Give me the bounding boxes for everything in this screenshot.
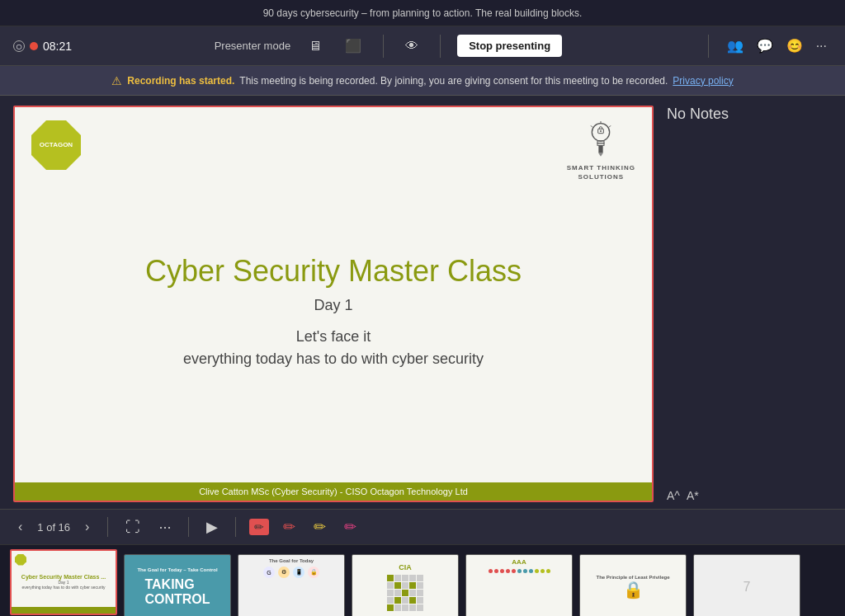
thumbnail-7[interactable]: 7 7 (693, 554, 800, 616)
slideshow-thumbnail-btn[interactable]: ⛶ (121, 515, 144, 539)
nav-divider-1 (107, 517, 108, 537)
thumb-2-body: TAKINGCONTROL (144, 577, 210, 607)
thumb-3-icon-b: 📱 (293, 567, 304, 578)
bulb-svg (584, 119, 617, 160)
font-size-controls: A^ A* (667, 489, 699, 502)
eye-icon: 👁 (405, 39, 418, 54)
thumb-4-crossword (387, 575, 423, 611)
thumb-1-footer (12, 607, 116, 614)
shield-icon: ○ (13, 40, 25, 52)
marker-yellow-btn[interactable]: ✏ (309, 515, 330, 539)
timer-area: ○ 08:21 (13, 40, 72, 53)
marker-red-btn[interactable]: ✏ (279, 515, 300, 539)
svg-point-0 (592, 124, 610, 141)
thumb-1-sub: Day 1everything today has to do with cyb… (21, 580, 105, 590)
thumb-frame-1: Cyber Security Master Class ... Day 1eve… (10, 549, 117, 615)
octagon-logo: OCTAGON (31, 120, 81, 170)
notes-area: No Notes A^ A* (667, 106, 832, 502)
svg-rect-2 (597, 143, 604, 146)
thumb-5-dots (489, 569, 550, 573)
thumb-3-icon-r: 🔒 (308, 567, 319, 578)
recording-message: This meeting is being recorded. By joini… (239, 75, 668, 87)
share-screen-btn[interactable]: ⬛ (340, 35, 366, 57)
slide-logo-right-line1: SMART THINKING (567, 163, 635, 172)
thumb-slide-5-content: AAA (466, 555, 572, 616)
thumbnail-2[interactable]: The Goal for Today – Take Control TAKING… (124, 554, 231, 616)
svg-rect-8 (599, 145, 603, 153)
thumb-frame-3: The Goal for Today G ⚙ 📱 🔒 (238, 554, 345, 616)
share-icon: ⬛ (345, 38, 361, 54)
slide-footer: Clive Catton MSc (Cyber Security) - CISO… (15, 482, 652, 501)
svg-marker-9 (599, 153, 603, 157)
chat-btn[interactable]: 💬 (752, 35, 778, 57)
monitor-icon-btn[interactable]: 🖥 (304, 35, 327, 57)
thumb-4-title: CIA (399, 563, 412, 571)
top-bar: 90 days cybersecurity – from planning to… (0, 0, 845, 26)
svg-line-7 (591, 125, 592, 127)
thumb-slide-1-content: Cyber Security Master Class ... Day 1eve… (12, 551, 116, 614)
more-nav-btn[interactable]: ··· (154, 515, 175, 539)
thumb-frame-6: The Principle of Least Privilege 🔒 (579, 554, 687, 616)
svg-point-4 (600, 130, 602, 132)
font-increase-btn[interactable]: A^ (667, 489, 680, 502)
play-btn[interactable]: ▶ (202, 515, 222, 539)
thumb-slide-7-content: 7 (694, 555, 800, 616)
font-decrease-btn[interactable]: A* (687, 489, 699, 502)
thumb-3-icon-y: ⚙ (278, 567, 290, 578)
slide-counter: 1 of 16 (37, 521, 70, 534)
thumb-frame-7: 7 (693, 554, 800, 616)
privacy-policy-link[interactable]: Privacy policy (673, 75, 733, 87)
more-icon: ··· (816, 39, 827, 54)
thumb-1-title: Cyber Security Master Class ... (21, 574, 106, 580)
slide-title: Cyber Security Master Class (145, 254, 522, 289)
timer-display: 08:21 (43, 40, 72, 53)
prev-slide-btn[interactable]: ‹ (13, 516, 27, 538)
toolbar-right-icons: 👥 💬 😊 ··· (722, 35, 832, 57)
thumb-frame-2: The Goal for Today – Take Control TAKING… (124, 554, 231, 616)
recording-bold-text: Recording has started. (127, 75, 234, 87)
notes-title: No Notes (667, 106, 832, 123)
reactions-icon: 😊 (786, 38, 803, 54)
thumb-slide-2-content: The Goal for Today – Take Control TAKING… (125, 555, 230, 616)
slide-logo-right-line2: SOLUTIONS (567, 172, 635, 181)
thumbnail-6[interactable]: The Principle of Least Privilege 🔒 6 (579, 554, 687, 616)
slide-logo-right: SMART THINKING SOLUTIONS (567, 119, 635, 181)
thumb-7-placeholder: 7 (744, 580, 751, 595)
thumbnail-3[interactable]: The Goal for Today G ⚙ 📱 🔒 3 (238, 554, 345, 616)
people-icon: 👥 (727, 38, 744, 54)
stop-presenting-button[interactable]: Stop presenting (457, 35, 562, 57)
record-indicator (30, 42, 38, 50)
thumb-slide-4-content: CIA (352, 555, 458, 616)
pen-tool-btn[interactable]: ✏ (249, 519, 269, 535)
thumb-3-icons: G ⚙ 📱 🔒 (263, 567, 319, 578)
thumb-octagon (15, 554, 26, 566)
warning-icon: ⚠ (111, 74, 122, 87)
slide-body-line2: everything today has to do with cyber se… (183, 348, 484, 370)
thumbnail-5[interactable]: AAA 5 (465, 554, 573, 616)
thumb-6-lock-icon: 🔒 (623, 580, 644, 600)
thumb-slide-6-content: The Principle of Least Privilege 🔒 (580, 555, 686, 616)
recording-banner: ⚠ Recording has started. This meeting is… (0, 66, 845, 96)
toolbar-divider-1 (383, 35, 384, 58)
thumbnail-4[interactable]: CIA 4 (352, 554, 459, 616)
toolbar: ○ 08:21 Presenter mode 🖥 ⬛ 👁 Stop presen… (0, 26, 845, 66)
more-options-btn[interactable]: ··· (811, 35, 832, 57)
thumbnail-1[interactable]: Cyber Security Master Class ... Day 1eve… (10, 549, 117, 617)
svg-line-6 (609, 125, 611, 127)
thumb-5-title: AAA (512, 558, 526, 566)
next-slide-btn[interactable]: › (80, 516, 94, 538)
people-btn[interactable]: 👥 (722, 35, 748, 57)
thumb-3-title: The Goal for Today (269, 558, 314, 563)
reactions-btn[interactable]: 😊 (781, 35, 808, 57)
presenter-mode-label: Presenter mode (215, 40, 291, 52)
slide-subtitle: Day 1 (314, 297, 352, 314)
nav-divider-3 (235, 517, 236, 537)
toolbar-center: Presenter mode 🖥 ⬛ 👁 Stop presenting (82, 35, 695, 58)
chat-icon: 💬 (757, 38, 773, 54)
slide-body: Let's face it everything today has to do… (183, 326, 484, 370)
marker-pink-btn[interactable]: ✏ (340, 515, 361, 539)
eye-btn[interactable]: 👁 (400, 35, 423, 57)
slide-body-line1: Let's face it (183, 326, 484, 348)
slide-logo-left: OCTAGON (31, 120, 84, 173)
thumb-frame-5: AAA (465, 554, 573, 616)
